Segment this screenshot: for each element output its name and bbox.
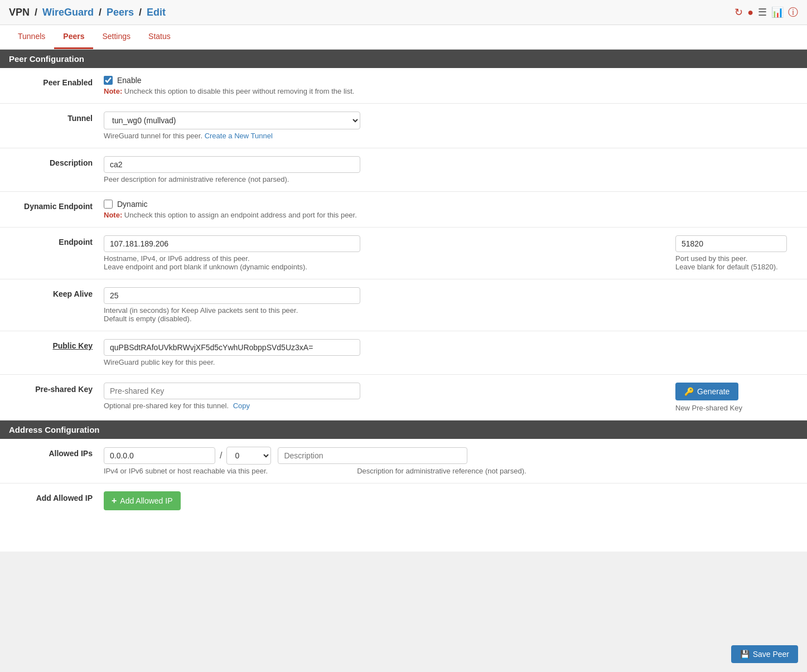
- allowed-ips-input[interactable]: [104, 447, 215, 464]
- allowed-ips-notes: IPv4 or IPv6 subnet or host reachable vi…: [104, 467, 798, 475]
- pre-shared-key-input[interactable]: [104, 383, 360, 399]
- tab-peers[interactable]: Peers: [54, 25, 93, 49]
- description-label: Description: [9, 156, 104, 167]
- dynamic-endpoint-checkbox[interactable]: [104, 200, 113, 209]
- description-input[interactable]: [104, 156, 360, 173]
- breadcrumb-peers[interactable]: Peers: [107, 7, 134, 18]
- keep-alive-content: Interval (in seconds) for Keep Alive pac…: [104, 287, 798, 323]
- dynamic-endpoint-label: Dynamic Endpoint: [9, 200, 104, 211]
- endpoint-address-input[interactable]: [104, 235, 360, 252]
- public-key-row: Public Key WireGuard public key for this…: [0, 331, 807, 375]
- pre-shared-key-note: Optional pre-shared key for this tunnel.…: [104, 402, 666, 410]
- filter-icon[interactable]: ☰: [758, 6, 767, 18]
- tunnel-label: Tunnel: [9, 112, 104, 123]
- description-note: Peer description for administrative refe…: [104, 175, 798, 183]
- dynamic-endpoint-checkbox-label: Dynamic: [117, 200, 147, 209]
- preshared-left: Optional pre-shared key for this tunnel.…: [104, 383, 666, 410]
- pre-shared-key-content: Optional pre-shared key for this tunnel.…: [104, 383, 798, 412]
- keep-alive-input[interactable]: [104, 287, 360, 304]
- description-row: Description Peer description for adminis…: [0, 148, 807, 192]
- public-key-input[interactable]: [104, 339, 360, 356]
- public-key-note: WireGuard public key for this peer.: [104, 358, 798, 366]
- tunnel-select[interactable]: tun_wg0 (mullvad): [104, 112, 360, 129]
- breadcrumb-edit: Edit: [147, 7, 166, 18]
- peer-config-header: Peer Configuration: [0, 50, 807, 68]
- generate-button[interactable]: 🔑 Generate: [675, 383, 738, 400]
- stop-icon[interactable]: ●: [747, 7, 753, 18]
- peer-enabled-checkbox-label: Enable: [117, 76, 142, 85]
- tab-tunnels[interactable]: Tunnels: [9, 25, 54, 49]
- add-allowed-ip-content: + Add Allowed IP: [104, 491, 798, 510]
- help-icon[interactable]: ⓘ: [788, 6, 798, 19]
- endpoint-port-note: Port used by this peer. Leave blank for …: [675, 254, 798, 271]
- peer-enabled-content: Enable Note: Uncheck this option to disa…: [104, 76, 798, 95]
- key-icon: 🔑: [684, 387, 694, 396]
- endpoint-address-section: Hostname, IPv4, or IPv6 address of this …: [104, 235, 666, 271]
- peer-enabled-row: Peer Enabled Enable Note: Uncheck this o…: [0, 68, 807, 104]
- create-tunnel-link[interactable]: Create a New Tunnel: [205, 132, 273, 140]
- dynamic-endpoint-row: Dynamic Endpoint Dynamic Note: Uncheck t…: [0, 192, 807, 228]
- add-allowed-ip-label: Add Allowed IP: [9, 491, 104, 502]
- endpoint-address-note: Hostname, IPv4, or IPv6 address of this …: [104, 254, 666, 271]
- dynamic-endpoint-content: Dynamic Note: Uncheck this option to ass…: [104, 200, 798, 219]
- endpoint-port-input[interactable]: [675, 235, 787, 252]
- cidr-slash: /: [218, 451, 224, 461]
- tab-settings[interactable]: Settings: [93, 25, 139, 49]
- header: VPN / WireGuard / Peers / Edit ↻ ● ☰ 📊 ⓘ: [0, 0, 807, 25]
- endpoint-port-section: Port used by this peer. Leave blank for …: [675, 235, 798, 271]
- breadcrumb-wireguard[interactable]: WireGuard: [42, 7, 94, 18]
- peer-enabled-checkbox[interactable]: [104, 76, 113, 85]
- cidr-select[interactable]: 0 1 2 4 8 16 24 32: [226, 447, 271, 465]
- peer-enabled-note: Note: Uncheck this option to disable thi…: [104, 87, 798, 95]
- tunnel-content: tun_wg0 (mullvad) WireGuard tunnel for t…: [104, 112, 798, 140]
- allowed-ips-desc-input[interactable]: [278, 447, 467, 464]
- pre-shared-key-label: Pre-shared Key: [9, 383, 104, 394]
- copy-link[interactable]: Copy: [233, 402, 250, 410]
- main-content: Peer Configuration Peer Enabled Enable N…: [0, 50, 807, 552]
- keep-alive-row: Keep Alive Interval (in seconds) for Kee…: [0, 279, 807, 331]
- refresh-icon[interactable]: ↻: [734, 6, 743, 18]
- keep-alive-label: Keep Alive: [9, 287, 104, 298]
- pre-shared-key-row: Pre-shared Key Optional pre-shared key f…: [0, 375, 807, 420]
- address-config-header: Address Configuration: [0, 420, 807, 439]
- allowed-ips-row: Allowed IPs / 0 1 2 4 8 16 24 32 IPv4 or…: [0, 439, 807, 484]
- preshared-right: 🔑 Generate New Pre-shared Key: [675, 383, 798, 412]
- keep-alive-note: Interval (in seconds) for Keep Alive pac…: [104, 306, 798, 323]
- breadcrumb-vpn: VPN: [9, 7, 30, 18]
- add-allowed-ip-button[interactable]: + Add Allowed IP: [104, 491, 181, 510]
- allowed-ips-content: / 0 1 2 4 8 16 24 32 IPv4 or IPv6 subnet…: [104, 447, 798, 475]
- tunnel-note: WireGuard tunnel for this peer. Create a…: [104, 132, 798, 140]
- public-key-label: Public Key: [9, 339, 104, 350]
- peer-enabled-label: Peer Enabled: [9, 76, 104, 87]
- endpoint-label: Endpoint: [9, 235, 104, 246]
- endpoint-content: Hostname, IPv4, or IPv6 address of this …: [104, 235, 798, 271]
- allowed-ips-label: Allowed IPs: [9, 447, 104, 458]
- new-preshared-label: New Pre-shared Key: [675, 404, 798, 412]
- tabs: Tunnels Peers Settings Status: [0, 25, 807, 50]
- dynamic-endpoint-note: Note: Uncheck this option to assign an e…: [104, 211, 798, 219]
- tab-status[interactable]: Status: [139, 25, 180, 49]
- chart-icon[interactable]: 📊: [771, 6, 784, 18]
- breadcrumb: VPN / WireGuard / Peers / Edit: [9, 7, 166, 18]
- header-icons: ↻ ● ☰ 📊 ⓘ: [734, 6, 798, 19]
- plus-icon: +: [112, 496, 117, 506]
- endpoint-row: Endpoint Hostname, IPv4, or IPv6 address…: [0, 228, 807, 279]
- tunnel-row: Tunnel tun_wg0 (mullvad) WireGuard tunne…: [0, 104, 807, 148]
- description-content: Peer description for administrative refe…: [104, 156, 798, 183]
- public-key-content: WireGuard public key for this peer.: [104, 339, 798, 366]
- add-allowed-ip-row: Add Allowed IP + Add Allowed IP: [0, 484, 807, 518]
